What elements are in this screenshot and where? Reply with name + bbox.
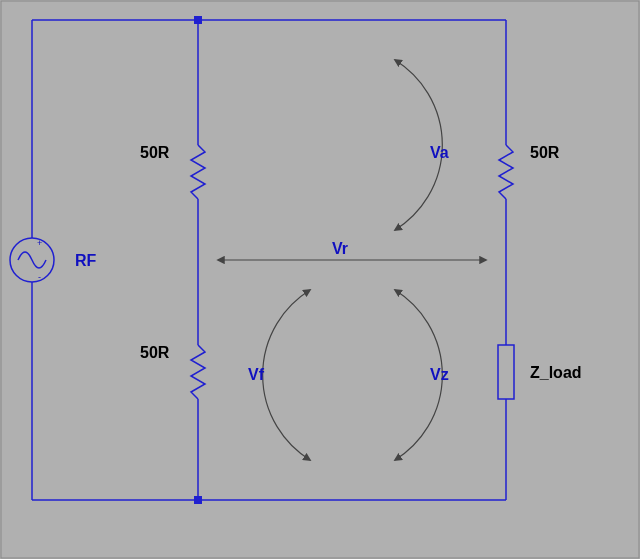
va-label: Va [430,144,449,161]
resistor-top-right-label: 50R [530,144,560,161]
load-label: Z_load [530,364,582,381]
source-label: RF [75,252,97,269]
resistor-bottom-left-label: 50R [140,344,170,361]
vz-label: Vz [430,366,449,383]
svg-text:+: + [37,238,42,248]
node-bot-mid [194,496,202,504]
resistor-top-left-label: 50R [140,144,170,161]
vf-label: Vf [248,366,265,383]
svg-text:-: - [38,272,41,282]
vr-label: Vr [332,240,348,257]
panel [1,1,639,558]
